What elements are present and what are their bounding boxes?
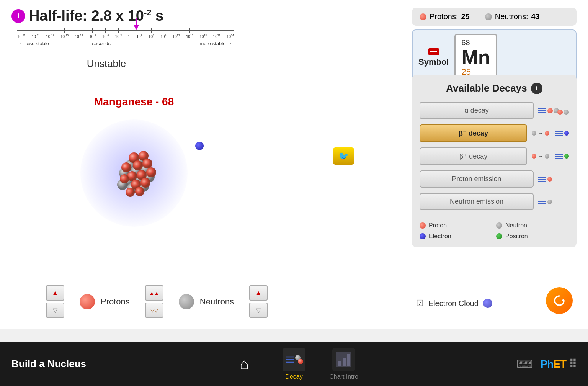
beta-minus-decay-row: β⁻ decay → +: [420, 124, 569, 142]
svg-point-21: [120, 174, 129, 183]
decay-line-3: [538, 112, 546, 113]
number-line-wrapper: 10-2410-2110-1810-1510-1210-910-610-3110…: [11, 28, 240, 39]
decays-info-button[interactable]: i: [531, 83, 542, 94]
halflife-info-icon[interactable]: i: [11, 9, 25, 23]
beta-plus-decay-button[interactable]: β⁺ decay: [420, 147, 527, 165]
tick-text: 10-9: [89, 34, 96, 39]
bottom-controls: ▲ ▽ Protons ▲▲ ▽▽ Neutrons ▲ ▽: [46, 285, 268, 318]
decays-panel: Available Decays i α decay: [412, 75, 577, 247]
protons-decrement-button[interactable]: ▽: [46, 303, 64, 318]
tick-mark: [79, 28, 79, 33]
symbol-minus-icon: [428, 48, 439, 55]
svg-point-15: [142, 159, 152, 168]
electron-cloud-row[interactable]: ☑ Electron Cloud: [416, 298, 492, 308]
protons-label: Protons: [101, 297, 130, 307]
proton-emission-button[interactable]: Proton emission: [420, 170, 534, 188]
less-stable-label: ← less stable: [19, 41, 49, 46]
reset-button[interactable]: [546, 287, 573, 314]
tick-label: 10-9: [89, 28, 96, 39]
keyboard-icon[interactable]: ⌨: [516, 357, 533, 371]
tick-mark: [21, 28, 21, 33]
bm-line-1: [555, 131, 563, 132]
phet-ph: Ph: [541, 358, 554, 370]
tick-text: 1012: [173, 34, 180, 39]
proton-preview-dot: [80, 294, 95, 309]
alpha-particles-2: [557, 110, 569, 115]
chart-intro-icon: [332, 348, 355, 371]
electron-cloud-check-icon[interactable]: ☑: [416, 298, 424, 308]
tick-mark: [118, 28, 119, 33]
tick-mark: [217, 28, 217, 33]
decay-line-2: [538, 110, 546, 111]
svg-rect-32: [343, 358, 346, 366]
bm-line-2: [555, 133, 563, 134]
nucleus-visual: [77, 116, 191, 231]
tick-label: 1021: [213, 28, 220, 39]
proton-emission-row: Proton emission: [420, 170, 569, 188]
ne-line-1: [538, 200, 546, 200]
alpha-decay-button[interactable]: α decay: [420, 102, 534, 119]
tick-label: 10-6: [102, 28, 109, 39]
tick-text: 10-24: [17, 34, 25, 39]
tick-mark: [129, 28, 129, 33]
nav-home-button[interactable]: ⌂: [229, 353, 260, 376]
tick-text: 1: [128, 34, 130, 39]
tick-text: 109: [160, 34, 166, 39]
tick-label: 10-3: [115, 28, 122, 39]
neutrons-double-increment-button[interactable]: ▲▲: [145, 285, 163, 301]
tick-mark: [203, 28, 203, 33]
beta-minus-decay-button[interactable]: β⁻ decay: [420, 124, 527, 142]
tick-text: 10-15: [60, 34, 69, 39]
neutrons-double-decrement-button[interactable]: ▽▽: [145, 303, 163, 318]
svg-point-22: [126, 188, 135, 197]
svg-rect-33: [347, 354, 350, 366]
neutron-emission-row: Neutron emission: [420, 193, 569, 210]
phet-logo: PhET ⠿: [541, 358, 577, 370]
element-counts-panel: Protons: 25 Neutrons: 43: [412, 8, 577, 26]
tick-text: 10-18: [46, 34, 54, 39]
decays-title: Available Decays: [446, 82, 527, 94]
tick-label: 1: [128, 28, 130, 39]
decay-tab-icon: [284, 350, 304, 369]
neutrons-increment-button[interactable]: ▲: [249, 285, 268, 301]
back-button[interactable]: 🐦: [333, 147, 354, 165]
bp-plus-sign: +: [551, 154, 554, 159]
protons-increment-button[interactable]: ▲: [46, 285, 64, 301]
neutron-count-label: Neutrons:: [495, 12, 528, 21]
tick-label: 109: [160, 28, 166, 39]
svg-point-18: [146, 167, 156, 177]
reset-icon: [552, 293, 567, 308]
ne-line-3: [538, 203, 546, 204]
nav-title: Build a Nucleus: [11, 358, 86, 370]
beta-electron: [564, 131, 569, 136]
tick-label: 10-12: [75, 28, 83, 39]
halflife-unit: s: [155, 8, 163, 24]
legend-positron-dot: [496, 233, 502, 239]
main-content: i Half-life: 2.8 x 10-2 s 10-2410-2110-1…: [0, 0, 588, 329]
tick-mark: [64, 28, 65, 33]
nav-decay-tab[interactable]: Decay: [279, 348, 309, 380]
neutron-emission-button[interactable]: Neutron emission: [420, 193, 534, 210]
electron-dot: [195, 142, 204, 150]
beta-neutron: [532, 131, 536, 136]
tick-mark: [176, 28, 176, 33]
proton-emission-icon: [538, 177, 569, 182]
bp-positron: [564, 154, 569, 159]
tick-text: 1015: [186, 34, 193, 39]
neutrons-decrement-button[interactable]: ▽: [249, 303, 268, 318]
tick-text: 10-12: [75, 34, 83, 39]
proton-count-value: 25: [461, 12, 469, 21]
neutrons-double-stepper: ▲▲ ▽▽: [145, 285, 163, 318]
proton-count-dot: [420, 13, 426, 20]
element-card: 68 Mn 25: [454, 34, 497, 81]
tick-text: 103: [136, 34, 142, 39]
protons-stepper: ▲ ▽: [46, 285, 64, 318]
electron-cloud-dot: [483, 299, 492, 308]
decay-tab-label: Decay: [285, 373, 302, 380]
legend-proton-label: Proton: [429, 222, 447, 229]
element-panel: Protons: 25 Neutrons: 43 Symbol 68 Mn 25: [412, 8, 577, 86]
neutrons-label-group: Neutrons: [179, 294, 234, 309]
nav-chart-intro-tab[interactable]: Chart Intro: [328, 348, 359, 380]
alpha-decay-row: α decay: [420, 102, 569, 119]
tick-mark: [189, 28, 190, 33]
